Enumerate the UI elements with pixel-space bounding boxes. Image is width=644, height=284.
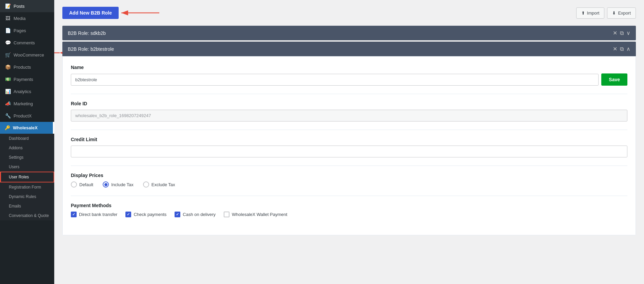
close-icon-1[interactable]: ✕ [613, 30, 617, 36]
sidebar-item-pages[interactable]: 📄 Pages [0, 24, 54, 37]
credit-limit-input[interactable] [71, 146, 627, 157]
wholesalex-submenu: Dashboard Addons Settings Users User Rol… [0, 134, 54, 220]
role-card-2-wrapper: B2B Role: b2btestrole ✕ ⧉ ∧ Name Save [62, 42, 636, 235]
divider-3 [71, 166, 627, 166]
sidebar-item-label: Marketing [14, 101, 33, 106]
submenu-users[interactable]: Users [0, 162, 54, 172]
posts-icon: 📝 [5, 3, 11, 9]
marketing-icon: 📣 [5, 101, 11, 106]
woocommerce-icon: 🛒 [5, 52, 11, 58]
submenu-settings[interactable]: Settings [0, 153, 54, 162]
import-icon: ⬆ [581, 10, 585, 16]
radio-default[interactable]: Default [71, 181, 93, 188]
save-button[interactable]: Save [601, 73, 627, 86]
sidebar-item-payments[interactable]: 💵 Payments [0, 73, 54, 85]
role-body-2: Name Save Role ID Cred [62, 56, 636, 235]
submenu-user-roles[interactable]: User Roles [0, 172, 54, 182]
copy-icon-2[interactable]: ⧉ [620, 46, 624, 52]
checkbox-label-check-payments: Check payments [134, 212, 166, 217]
expand-icon-1[interactable]: ∨ [626, 30, 630, 36]
top-bar: Add New B2B Role ⬆ Import ⬇ Export [62, 7, 636, 19]
submenu-conversation-quote[interactable]: Conversation & Quote [0, 211, 54, 220]
arrow-annotation-1 [119, 8, 163, 18]
checkbox-box-direct-bank [71, 212, 77, 217]
copy-icon-1[interactable]: ⧉ [620, 30, 624, 36]
checkbox-box-cash-delivery [175, 212, 180, 217]
sidebar-item-analytics[interactable]: 📊 Analytics [0, 85, 54, 97]
name-section: Name Save [71, 65, 627, 86]
add-button-container: Add New B2B Role [62, 7, 119, 19]
radio-circle-exclude-tax [143, 181, 149, 188]
role-card-2: B2B Role: b2btestrole ✕ ⧉ ∧ Name Save [62, 42, 636, 235]
payment-methods-section: Payment Methods Direct bank transfer Che… [71, 203, 627, 217]
radio-label-default: Default [79, 182, 93, 187]
sidebar-item-productx[interactable]: 🔧 ProductX [0, 110, 54, 122]
sidebar-item-label: Payments [14, 77, 33, 82]
sidebar-item-marketing[interactable]: 📣 Marketing [0, 97, 54, 110]
radio-exclude-tax[interactable]: Exclude Tax [143, 181, 175, 188]
payment-methods-label: Payment Methods [71, 203, 627, 208]
radio-include-tax[interactable]: Include Tax [103, 181, 134, 188]
divider-2 [71, 130, 627, 130]
credit-limit-section: Credit Limit [71, 137, 627, 157]
add-new-b2b-role-button[interactable]: Add New B2B Role [62, 7, 119, 19]
productx-icon: 🔧 [5, 113, 11, 118]
role-actions-1: ✕ ⧉ ∨ [613, 30, 630, 36]
display-prices-section: Display Prices Default Include Tax Ex [71, 173, 627, 188]
name-row: Save [71, 73, 627, 86]
sidebar-item-label: Media [14, 16, 25, 21]
checkbox-cash-delivery[interactable]: Cash on delivery [175, 212, 216, 217]
name-input[interactable] [71, 74, 599, 86]
close-icon-2[interactable]: ✕ [613, 46, 617, 52]
radio-label-exclude-tax: Exclude Tax [152, 182, 175, 187]
role-header-1[interactable]: B2B Role: sdkb2b ✕ ⧉ ∨ [62, 26, 636, 40]
export-icon: ⬇ [612, 10, 616, 16]
radio-circle-include-tax [103, 181, 109, 188]
analytics-icon: 📊 [5, 89, 11, 94]
sidebar: 📝 Posts 🖼 Media 📄 Pages 💬 Comments 🛒 Woo… [0, 0, 54, 284]
export-button[interactable]: ⬇ Export [607, 7, 636, 19]
comments-icon: 💬 [5, 40, 11, 45]
sidebar-item-label: Comments [14, 40, 35, 45]
checkbox-label-wallet-payment: WholesaleX Wallet Payment [232, 212, 287, 217]
sidebar-item-posts[interactable]: 📝 Posts [0, 0, 54, 12]
checkbox-label-direct-bank: Direct bank transfer [79, 212, 117, 217]
checkbox-box-wallet-payment [224, 212, 229, 217]
import-button[interactable]: ⬆ Import [576, 7, 605, 19]
checkbox-box-check-payments [125, 212, 131, 217]
role-title-1: B2B Role: sdkb2b [68, 30, 106, 36]
sidebar-item-label: ProductX [14, 113, 32, 118]
submenu-emails[interactable]: Emails [0, 201, 54, 211]
pages-icon: 📄 [5, 28, 11, 33]
divider-4 [71, 196, 627, 196]
sidebar-item-label: Posts [14, 4, 25, 9]
checkbox-check-payments[interactable]: Check payments [125, 212, 166, 217]
role-title-2: B2B Role: b2btestrole [68, 46, 114, 52]
role-id-label: Role ID [71, 101, 627, 106]
sidebar-item-comments[interactable]: 💬 Comments [0, 37, 54, 49]
display-prices-label: Display Prices [71, 173, 627, 178]
sidebar-item-label: Products [14, 65, 31, 70]
role-header-2[interactable]: B2B Role: b2btestrole ✕ ⧉ ∧ [62, 42, 636, 56]
submenu-dashboard[interactable]: Dashboard [0, 134, 54, 143]
checkbox-wallet-payment[interactable]: WholesaleX Wallet Payment [224, 212, 287, 217]
sidebar-item-wholesalex[interactable]: 🔑 WholesaleX [0, 122, 54, 134]
top-actions: ⬆ Import ⬇ Export [576, 7, 636, 19]
role-id-row [71, 110, 627, 122]
payment-methods-checkbox-group: Direct bank transfer Check payments Cash… [71, 212, 627, 217]
submenu-registration-form[interactable]: Registration Form [0, 182, 54, 192]
submenu-addons[interactable]: Addons [0, 143, 54, 153]
role-id-input [71, 110, 627, 122]
sidebar-item-woocommerce[interactable]: 🛒 WooCommerce [0, 49, 54, 61]
sidebar-item-label: Pages [14, 28, 26, 33]
credit-limit-row [71, 146, 627, 157]
sidebar-item-media[interactable]: 🖼 Media [0, 12, 54, 24]
sidebar-item-label: WholesaleX [13, 125, 38, 130]
submenu-dynamic-rules[interactable]: Dynamic Rules [0, 192, 54, 201]
payments-icon: 💵 [5, 77, 11, 82]
radio-label-include-tax: Include Tax [111, 182, 134, 187]
checkbox-direct-bank[interactable]: Direct bank transfer [71, 212, 117, 217]
checkbox-label-cash-delivery: Cash on delivery [183, 212, 216, 217]
sidebar-item-products[interactable]: 📦 Products [0, 61, 54, 73]
collapse-icon-2[interactable]: ∧ [626, 46, 630, 52]
